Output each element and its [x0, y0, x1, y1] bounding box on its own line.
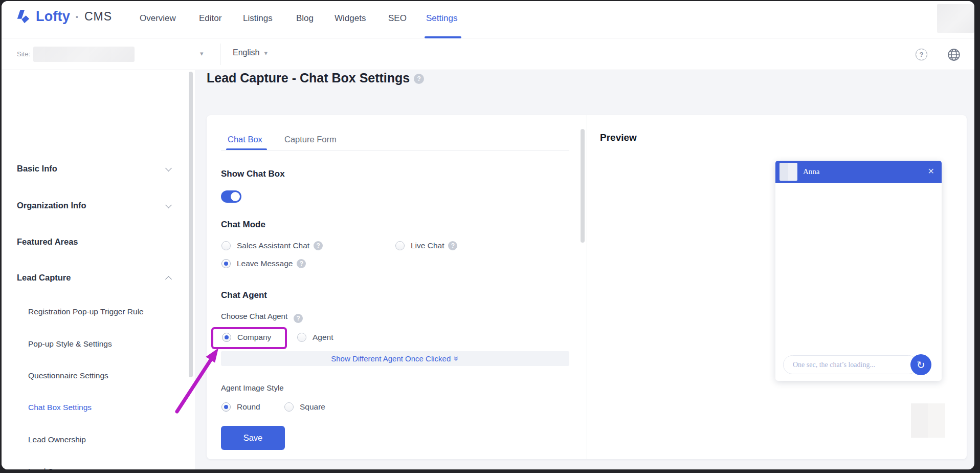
page-title-text: Lead Capture - Chat Box Settings	[207, 71, 410, 85]
chat-agent-heading: Chat Agent	[221, 290, 267, 300]
live-chat-help-icon[interactable]: ?	[448, 241, 457, 250]
radio-agent[interactable]: Agent	[297, 333, 333, 342]
sidebar-item-organization-info[interactable]: Organization Info	[17, 201, 181, 210]
help-icon: ?	[920, 51, 924, 58]
radio-sales-assistant-chat[interactable]: Sales Assistant Chat ?	[221, 241, 323, 250]
language-value: English	[233, 48, 259, 57]
reload-icon: ↻	[917, 359, 925, 371]
chat-loading-button[interactable]: ↻	[910, 354, 931, 375]
radio-round[interactable]: Round	[221, 402, 260, 412]
radio-checked-icon	[221, 259, 231, 268]
top-nav: Lofty · CMS Overview Editor Listings Blo…	[2, 1, 974, 38]
app-window: Lofty · CMS Overview Editor Listings Blo…	[2, 1, 974, 469]
tab-chat-box[interactable]: Chat Box	[228, 135, 262, 144]
show-different-agent-link[interactable]: Show Different Agent Once Clicked »	[221, 351, 569, 366]
language-caret-icon: ▾	[264, 49, 268, 57]
show-chat-box-heading: Show Chat Box	[221, 169, 285, 179]
radio-label: Round	[237, 402, 260, 412]
radio-company[interactable]: Company	[222, 333, 271, 342]
tab-capture-form[interactable]: Capture Form	[284, 135, 337, 144]
radio-label: Leave Message	[237, 259, 293, 268]
site-bar: Site: ▾ English ▾ ?	[2, 38, 974, 70]
leave-message-help-icon[interactable]: ?	[297, 259, 306, 268]
nav-item-blog[interactable]: Blog	[296, 13, 314, 24]
page-title-help-icon[interactable]: ?	[414, 74, 424, 84]
sidebar-scrollbar[interactable]	[189, 72, 193, 377]
sidebar-item-registration-popup-trigger-rule[interactable]: Registration Pop-up Trigger Rule	[28, 307, 144, 316]
radio-leave-message[interactable]: Leave Message ?	[221, 259, 306, 268]
sales-assistant-help-icon[interactable]: ?	[314, 241, 323, 250]
radio-checked-icon	[221, 402, 231, 412]
agent-image-style-label: Agent Image Style	[221, 383, 284, 392]
preview-heading: Preview	[600, 132, 637, 143]
help-button[interactable]: ?	[916, 49, 927, 60]
sidebar-item-lead-capture[interactable]: Lead Capture	[17, 273, 181, 283]
nav-item-seo[interactable]: SEO	[388, 13, 407, 24]
nav-active-underline	[425, 36, 461, 38]
sidebar-item-lead-source[interactable]: Lead Source	[28, 467, 73, 469]
sidebar-item-popup-style-settings[interactable]: Pop-up Style & Settings	[28, 339, 112, 349]
sidebar-item-chat-box-settings[interactable]: Chat Box Settings	[28, 403, 92, 412]
settings-sidebar: Basic Info Organization Info Featured Ar…	[2, 70, 195, 469]
language-select[interactable]: English ▾	[233, 48, 268, 57]
radio-icon	[221, 241, 231, 250]
sidebar-item-lead-ownership[interactable]: Lead Ownership	[28, 435, 86, 444]
chat-widget-preview: Anna ✕ ↻	[775, 161, 942, 381]
radio-label: Agent	[313, 333, 333, 342]
brand-product: CMS	[84, 10, 112, 24]
choose-chat-agent-text: Choose Chat Agent	[221, 312, 287, 320]
chat-agent-name: Anna	[803, 167, 820, 176]
radio-icon	[297, 333, 306, 342]
nav-item-editor[interactable]: Editor	[199, 13, 221, 24]
settings-card: Chat Box Capture Form Show Chat Box Chat…	[207, 115, 967, 459]
brand-separator: ·	[75, 10, 79, 24]
radio-icon	[284, 402, 294, 412]
choose-chat-agent-label: Choose Chat Agent ?	[221, 312, 303, 323]
sidebar-item-featured-areas[interactable]: Featured Areas	[17, 237, 78, 247]
radio-icon	[395, 241, 405, 250]
user-avatar[interactable]	[937, 4, 974, 33]
radio-label: Company	[237, 333, 271, 342]
chevron-down-icon	[165, 165, 172, 171]
radio-label: Sales Assistant Chat	[237, 241, 309, 250]
sidebar-item-label: Basic Info	[17, 164, 57, 173]
sidebar-item-label: Featured Areas	[17, 237, 78, 246]
nav-item-settings[interactable]: Settings	[426, 13, 457, 24]
sidebar-item-basic-info[interactable]: Basic Info	[17, 164, 181, 174]
close-icon[interactable]: ✕	[928, 166, 934, 176]
toggle-knob	[231, 192, 240, 201]
site-caret-icon: ▾	[200, 50, 204, 57]
chat-mode-heading: Chat Mode	[221, 220, 265, 230]
show-chat-box-toggle[interactable]	[221, 190, 241, 203]
nav-item-listings[interactable]: Listings	[243, 13, 273, 24]
save-button[interactable]: Save	[221, 426, 285, 450]
chat-launcher-placeholder	[911, 403, 945, 438]
radio-square[interactable]: Square	[284, 402, 325, 412]
sidebar-item-label: Organization Info	[17, 201, 86, 210]
globe-button[interactable]	[947, 48, 961, 63]
sidebar-item-questionnaire-settings[interactable]: Questionnaire Settings	[28, 371, 108, 380]
nav-item-overview[interactable]: Overview	[140, 13, 176, 24]
radio-label: Square	[300, 402, 325, 412]
radio-live-chat[interactable]: Live Chat ?	[395, 241, 457, 250]
brand-logo[interactable]: Lofty · CMS	[15, 9, 112, 25]
radio-checked-icon	[222, 333, 231, 342]
nav-item-widgets[interactable]: Widgets	[335, 13, 366, 24]
tab-row-border	[221, 150, 569, 150]
site-select[interactable]: ▾	[17, 41, 209, 67]
radio-label: Live Chat	[411, 241, 444, 250]
globe-icon	[947, 48, 961, 61]
choose-chat-agent-help-icon[interactable]: ?	[294, 314, 303, 323]
sidebar-item-label: Lead Capture	[17, 273, 71, 282]
brand-name: Lofty	[36, 9, 70, 25]
double-chevron-down-icon: »	[453, 356, 461, 361]
chat-box-settings-panel: Chat Box Capture Form Show Chat Box Chat…	[207, 115, 587, 459]
chevron-down-icon	[165, 202, 172, 208]
show-different-agent-label: Show Different Agent Once Clicked	[331, 354, 451, 363]
chat-widget-header: Anna ✕	[775, 161, 942, 183]
panel-scrollbar[interactable]	[581, 129, 585, 243]
chat-agent-avatar	[779, 163, 797, 181]
chevron-up-icon	[165, 276, 172, 283]
divider	[220, 44, 220, 65]
chat-message-input[interactable]	[783, 355, 918, 374]
